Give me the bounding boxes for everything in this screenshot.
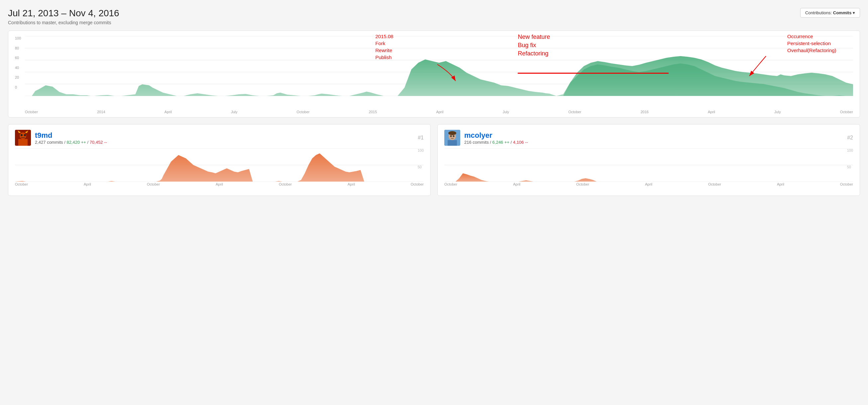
contributions-value: Commits <box>833 10 852 15</box>
dropdown-arrow-icon: ▾ <box>853 10 855 15</box>
x-label-2014: 2014 <box>97 110 105 114</box>
contributor-header-1: t9md 2,427 commits / 82,420 ++ / 70,452 … <box>15 130 424 146</box>
avatar-t9md <box>15 130 31 146</box>
mini-x-oct3-2: October <box>708 182 721 186</box>
mini-x-apr-1: April <box>84 182 91 186</box>
contributions-label: Contributions: <box>805 10 833 15</box>
x-label-2016: 2016 <box>640 110 648 114</box>
contributions-button[interactable]: Contributions: Commits ▾ <box>800 8 860 18</box>
mini-y-labels-2: 100 50 <box>847 148 853 181</box>
contributor-card-1: t9md 2,427 commits / 82,420 ++ / 70,452 … <box>8 124 431 196</box>
svg-point-14 <box>24 134 26 136</box>
mini-chart-2: 100 50 October April <box>444 148 853 192</box>
mini-x-apr2-2: April <box>645 182 652 186</box>
mini-y-labels-1: 100 50 <box>418 148 424 181</box>
contributor-name-2[interactable]: mcolyer <box>464 131 492 139</box>
mini-x-apr2-1: April <box>216 182 223 186</box>
commits-count-1: 2,427 commits <box>35 140 63 145</box>
contributors-row: t9md 2,427 commits / 82,420 ++ / 70,452 … <box>8 124 860 196</box>
mini-x-apr3-1: April <box>348 182 355 186</box>
x-label-oct2: October <box>568 110 581 114</box>
contributor-left-1: t9md 2,427 commits / 82,420 ++ / 70,452 … <box>15 130 107 146</box>
mini-chart-svg-1 <box>15 148 424 181</box>
svg-point-25 <box>453 135 455 137</box>
x-label-oct3: October <box>840 110 853 114</box>
x-label-oct: October <box>25 110 38 114</box>
contributor-stats-2: 216 commits / 6,246 ++ / 4,106 -- <box>464 140 528 145</box>
svg-marker-30 <box>444 173 853 181</box>
svg-marker-7 <box>556 56 853 96</box>
mini-x-oct-1: October <box>15 182 28 186</box>
mini-x-apr3-2: April <box>777 182 784 186</box>
mini-x-apr-2: April <box>513 182 520 186</box>
mini-x-labels-2: October April October April October Apri… <box>444 182 853 186</box>
svg-rect-23 <box>447 140 457 146</box>
svg-rect-12 <box>18 139 28 146</box>
mini-x-oct4-2: October <box>840 182 853 186</box>
rank-badge-1: #1 <box>418 135 424 141</box>
x-label-jul2: July <box>503 110 509 114</box>
mini-chart-svg-2 <box>444 148 853 181</box>
main-chart-svg <box>15 36 853 96</box>
page-title: Jul 21, 2013 – Nov 4, 2016 <box>8 8 119 19</box>
mini-x-oct2-2: October <box>576 182 589 186</box>
main-chart-area: 100 80 60 40 20 0 <box>15 36 853 109</box>
mini-x-oct3-1: October <box>279 182 292 186</box>
contributor-info-2: mcolyer 216 commits / 6,246 ++ / 4,106 -… <box>464 131 528 145</box>
additions-2: 6,246 ++ <box>493 140 509 145</box>
mini-x-oct2-1: October <box>147 182 160 186</box>
avatar-mcolyer <box>444 130 460 146</box>
main-chart-card: 100 80 60 40 20 0 <box>8 31 860 117</box>
contributor-left-2: mcolyer 216 commits / 6,246 ++ / 4,106 -… <box>444 130 528 146</box>
contributor-stats-1: 2,427 commits / 82,420 ++ / 70,452 -- <box>35 140 107 145</box>
mini-x-labels-1: October April October April October Apri… <box>15 182 424 186</box>
commits-count-2: 216 commits <box>464 140 489 145</box>
svg-point-26 <box>448 131 456 135</box>
contributor-info-1: t9md 2,427 commits / 82,420 ++ / 70,452 … <box>35 131 107 145</box>
x-axis: October 2014 April July October 2015 Apr… <box>15 110 853 114</box>
svg-marker-20 <box>15 154 424 181</box>
mini-chart-1: 100 50 October Apr <box>15 148 424 192</box>
rank-badge-2: #2 <box>847 135 853 141</box>
contributor-name-1[interactable]: t9md <box>35 131 53 139</box>
avatar-mcolyer-image <box>444 130 460 146</box>
page-subtitle: Contributions to master, excluding merge… <box>8 20 119 25</box>
additions-1: 82,420 ++ <box>66 140 86 145</box>
x-label-jul3: July <box>774 110 781 114</box>
contributor-header-2: mcolyer 216 commits / 6,246 ++ / 4,106 -… <box>444 130 853 146</box>
deletions-1: 70,452 -- <box>90 140 107 145</box>
mini-x-oct4-1: October <box>411 182 424 186</box>
x-label-apr2: April <box>436 110 443 114</box>
svg-point-24 <box>450 135 452 137</box>
mini-x-oct-2: October <box>444 182 457 186</box>
contributor-card-2: mcolyer 216 commits / 6,246 ++ / 4,106 -… <box>437 124 860 196</box>
x-label-apr3: April <box>708 110 715 114</box>
x-label-jul1: July <box>231 110 238 114</box>
avatar-t9md-image <box>15 130 31 146</box>
x-label-2015: 2015 <box>369 110 377 114</box>
svg-point-13 <box>21 134 23 136</box>
x-label-oct1: October <box>297 110 310 114</box>
deletions-2: 4,106 -- <box>513 140 528 145</box>
x-label-apr1: April <box>164 110 172 114</box>
